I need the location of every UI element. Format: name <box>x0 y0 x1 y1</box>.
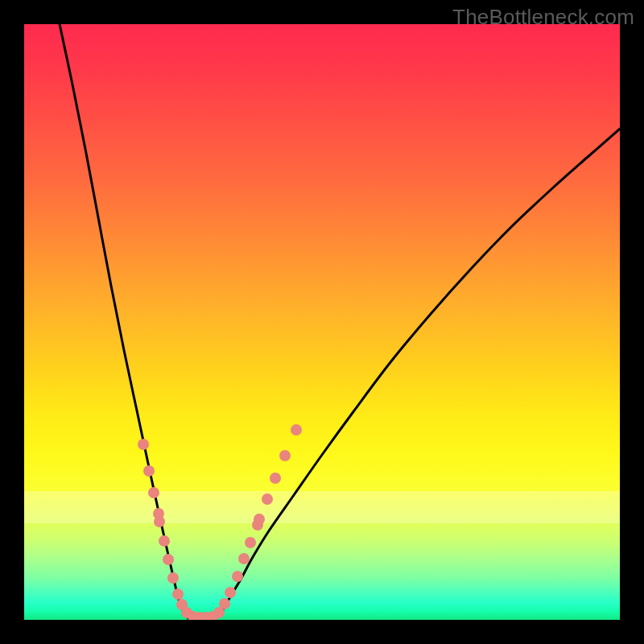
plot-area <box>24 24 620 620</box>
bead-point <box>254 514 265 525</box>
bead-point <box>245 537 256 548</box>
bead-point <box>238 553 250 564</box>
bead-point <box>219 598 230 609</box>
watermark-text: TheBottleneck.com <box>452 5 634 30</box>
bead-point <box>279 450 291 461</box>
beads-layer <box>24 24 620 620</box>
bead-point <box>270 473 281 484</box>
bead-point <box>148 487 159 498</box>
bead-point <box>232 571 243 582</box>
bead-point <box>172 588 184 600</box>
bead-point <box>163 554 174 565</box>
bead-point <box>291 424 302 436</box>
beads-group <box>138 424 302 620</box>
bead-point <box>262 493 273 505</box>
bead-point <box>167 572 179 584</box>
bead-point <box>138 439 149 450</box>
bead-point <box>143 465 155 477</box>
bead-point <box>159 535 170 547</box>
bead-point <box>154 516 165 527</box>
bead-point <box>225 587 236 598</box>
chart-frame: TheBottleneck.com <box>0 0 644 644</box>
